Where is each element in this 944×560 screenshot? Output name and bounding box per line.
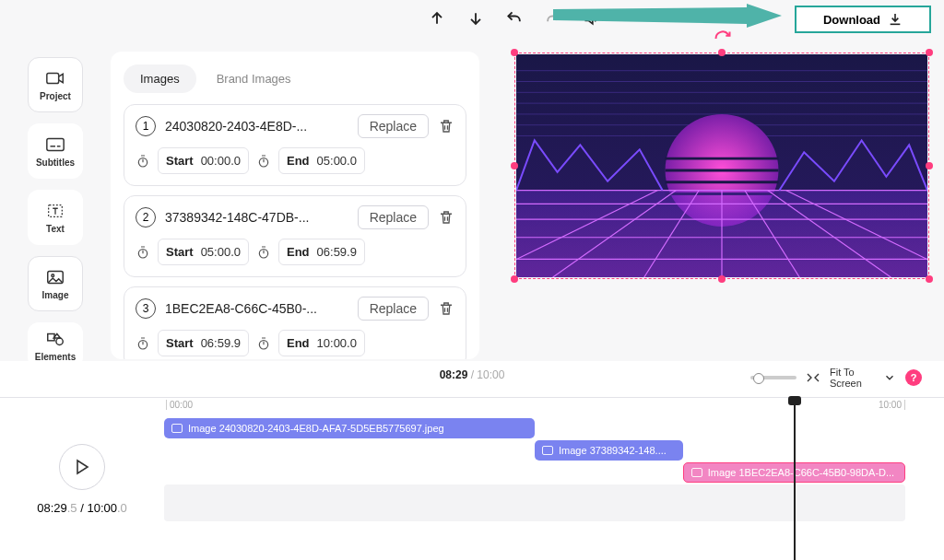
handle-w[interactable]: [511, 162, 518, 169]
redo-button[interactable]: [540, 6, 566, 31]
delete-button[interactable]: [438, 207, 454, 228]
replace-button[interactable]: Replace: [358, 114, 429, 138]
camera-icon: [45, 69, 65, 88]
stopwatch-icon: [136, 154, 150, 169]
timeline-time-display: 08:29 / 10:00: [440, 368, 505, 381]
handle-s[interactable]: [718, 275, 726, 283]
card-filename: 1BEC2EA8-C66C-45B0-...: [165, 301, 348, 316]
timeline-tracks[interactable]: 00:00 10:00 Image 24030820-2403-4E8D-AFA…: [164, 398, 905, 560]
fit-to-screen-button[interactable]: Fit To Screen: [830, 367, 874, 389]
card-filename: 24030820-2403-4E8D-...: [165, 119, 348, 134]
sidebar: Project Subtitles Text Image Elements: [28, 57, 83, 368]
svg-rect-1: [47, 73, 59, 83]
preview-image[interactable]: [516, 54, 927, 277]
clip-label: Image 1BEC2EA8-C66C-45B0-98DA-D...: [708, 467, 894, 478]
card-index: 1: [136, 116, 156, 136]
timeline-header: 08:29 / 10:00 Fit To Screen ?: [0, 361, 944, 398]
handle-sw[interactable]: [511, 275, 518, 283]
image-card: 237389342-148C-47DB-...ReplaceStart05:00…: [124, 195, 466, 277]
svg-point-9: [56, 338, 63, 344]
stopwatch-icon: [256, 245, 271, 260]
elements-icon: [45, 330, 65, 348]
start-time-input[interactable]: Start06:59.9: [158, 330, 249, 356]
playbar-time: 08:29.5 / 10:00.0: [37, 501, 127, 515]
stopwatch-icon: [136, 245, 150, 260]
move-down-button[interactable]: [463, 6, 489, 31]
card-index: 3: [136, 298, 156, 319]
start-time-input[interactable]: Start00:00.0: [158, 147, 249, 174]
download-button[interactable]: Download: [795, 6, 931, 33]
download-label: Download: [823, 13, 880, 27]
stopwatch-icon: [256, 336, 271, 351]
images-panel: Images Brand Images 124030820-2403-4E8D-…: [111, 52, 479, 359]
stopwatch-icon: [256, 154, 271, 169]
tab-images[interactable]: Images: [124, 64, 196, 93]
clip-label: Image 37389342-148....: [559, 445, 667, 456]
start-time-input[interactable]: Start05:00.0: [158, 239, 249, 265]
move-up-button[interactable]: [424, 6, 450, 31]
clip-thumb-icon: [171, 424, 183, 433]
rotate-icon[interactable]: [714, 29, 732, 48]
sidebar-item-image[interactable]: Image: [28, 256, 83, 311]
play-button[interactable]: [59, 444, 105, 490]
fit-icon: [806, 371, 820, 384]
image-icon: [45, 268, 65, 286]
replace-button[interactable]: Replace: [358, 297, 429, 321]
sidebar-item-text[interactable]: Text: [28, 190, 83, 245]
svg-rect-2: [47, 138, 64, 150]
subtitles-icon: [45, 135, 65, 154]
sidebar-item-subtitles[interactable]: Subtitles: [28, 123, 83, 179]
timeline: 08:29.5 / 10:00.0 00:00 10:00 Image 2403…: [0, 398, 944, 560]
image-card: 31BEC2EA8-C66C-45B0-...ReplaceStart06:59…: [124, 286, 466, 359]
card-filename: 37389342-148C-47DB-...: [165, 210, 348, 225]
clip-thumb-icon: [542, 446, 553, 455]
canvas-preview[interactable]: [513, 51, 931, 281]
timeline-clip[interactable]: Image 24030820-2403-4E8D-AFA7-5D5EB57756…: [164, 418, 535, 438]
download-icon: [888, 12, 903, 27]
end-time-input[interactable]: End05:00.0: [278, 147, 365, 174]
handle-se[interactable]: [926, 275, 933, 283]
undo-button[interactable]: [502, 6, 527, 31]
clip-label: Image 24030820-2403-4E8D-AFA7-5D5EB57756…: [188, 423, 444, 434]
text-icon: [45, 202, 65, 220]
end-time-input[interactable]: End06:59.9: [278, 239, 365, 265]
image-card: 124030820-2403-4E8D-...ReplaceStart00:00…: [124, 104, 466, 186]
volume-button[interactable]: [579, 6, 605, 31]
playhead[interactable]: [794, 398, 796, 560]
stopwatch-icon: [136, 336, 150, 351]
sidebar-item-project[interactable]: Project: [28, 57, 83, 112]
handle-nw[interactable]: [511, 49, 518, 56]
svg-point-7: [52, 274, 54, 276]
card-index: 2: [136, 207, 156, 228]
handle-n[interactable]: [718, 49, 726, 56]
zoom-slider[interactable]: [750, 376, 796, 379]
replace-button[interactable]: Replace: [358, 205, 429, 229]
delete-button[interactable]: [438, 116, 454, 136]
clip-thumb-icon: [691, 468, 702, 477]
handle-e[interactable]: [926, 162, 933, 169]
timeline-clip[interactable]: Image 37389342-148....: [535, 440, 683, 461]
delete-button[interactable]: [438, 298, 454, 319]
chevron-down-icon[interactable]: [883, 371, 896, 384]
help-button[interactable]: ?: [905, 369, 922, 386]
tab-brand-images[interactable]: Brand Images: [200, 64, 308, 93]
end-time-input[interactable]: End10:00.0: [278, 330, 365, 356]
handle-ne[interactable]: [926, 49, 933, 56]
play-icon: [75, 459, 89, 475]
